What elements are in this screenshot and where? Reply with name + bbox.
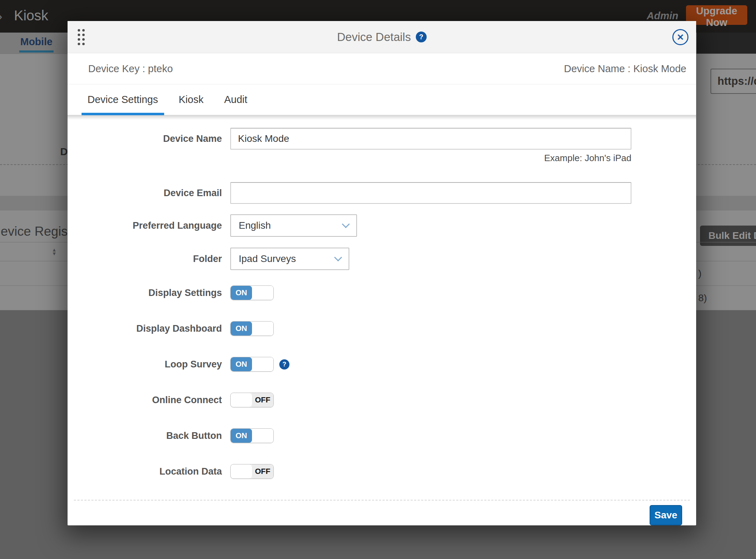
- toggle-switch[interactable]: ON: [230, 321, 274, 336]
- toggle-rows: Display Settings ON ? Display Dashboard …: [68, 285, 696, 479]
- toggle-on-segment: ON: [231, 322, 252, 336]
- preferred-language-field-label: Preferred Language: [68, 220, 230, 231]
- modal-header: Device Details ? ✕: [68, 21, 696, 53]
- chevron-down-icon: [342, 220, 350, 228]
- toggle-switch[interactable]: OFF: [230, 464, 274, 479]
- tab-kiosk[interactable]: Kiosk: [173, 84, 210, 115]
- folder-select[interactable]: Ipad Surveys: [230, 248, 349, 270]
- toggle-on-segment: [231, 393, 252, 407]
- sort-icon[interactable]: ▲ ▼: [52, 248, 57, 256]
- toggle-on-segment: ON: [231, 357, 252, 371]
- toggle-label: Display Settings: [68, 288, 230, 298]
- device-email-field-label: Device Email: [68, 188, 230, 199]
- preferred-language-value: English: [239, 220, 271, 231]
- preferred-language-select[interactable]: English: [230, 214, 357, 237]
- tab-shadow: [68, 115, 696, 120]
- device-name-label: Device Name : Kiosk Mode: [564, 63, 686, 75]
- modal-tabs: Device Settings Kiosk Audit: [68, 84, 696, 115]
- row-right-fragment: 8): [698, 292, 707, 304]
- toggle-switch[interactable]: ON: [230, 428, 274, 443]
- toggle-row: Back Button ON ?: [68, 428, 696, 443]
- toggle-on-segment: ON: [231, 286, 252, 300]
- preferred-language-row: Preferred Language English: [68, 214, 696, 237]
- device-name-helper: Example: John's iPad: [230, 153, 631, 163]
- chevron-down-icon: [334, 254, 342, 262]
- toggle-off-segment: [252, 286, 273, 300]
- folder-row: Folder Ipad Surveys: [68, 248, 696, 270]
- device-registration-heading: evice Registr: [1, 224, 76, 239]
- help-icon[interactable]: ?: [279, 359, 289, 370]
- toggle-row: Location Data OFF ?: [68, 464, 696, 479]
- device-name-row: Device Name: [68, 128, 696, 150]
- toggle-row: Loop Survey ON ?: [68, 357, 696, 372]
- row-right-fragment: ): [698, 268, 701, 279]
- close-icon[interactable]: ✕: [672, 29, 688, 45]
- tab-device-settings[interactable]: Device Settings: [82, 84, 164, 115]
- toggle-off-segment: [252, 429, 273, 443]
- toggle-label: Location Data: [68, 466, 230, 477]
- admin-link[interactable]: Admin: [647, 10, 678, 22]
- modal-footer: Save: [68, 501, 696, 525]
- toggle-label: Loop Survey: [68, 359, 230, 370]
- toggle-label: Online Connect: [68, 395, 230, 406]
- toggle-row: Online Connect OFF ?: [68, 393, 696, 407]
- tab-audit[interactable]: Audit: [218, 84, 253, 115]
- toggle-switch[interactable]: OFF: [230, 393, 274, 407]
- device-name-input[interactable]: [230, 128, 631, 150]
- device-details-modal: Device Details ? ✕ Device Key : pteko De…: [68, 21, 696, 525]
- key-name-row: Device Key : pteko Device Name : Kiosk M…: [68, 53, 696, 84]
- folder-field-label: Folder: [68, 254, 230, 264]
- help-icon[interactable]: ?: [416, 32, 427, 42]
- toggle-on-segment: ON: [231, 429, 252, 443]
- modal-title-text: Device Details: [337, 30, 411, 44]
- toggle-row: Display Dashboard ON ?: [68, 321, 696, 336]
- folder-value: Ipad Surveys: [239, 253, 296, 264]
- breadcrumb-chevron-icon: ›: [0, 9, 2, 24]
- toggle-switch[interactable]: ON: [230, 357, 274, 372]
- toggle-on-segment: [231, 464, 252, 478]
- toggle-off-segment: [252, 322, 273, 336]
- device-url-box[interactable]: https://qa.c: [710, 69, 756, 94]
- topbar-right-extension: [696, 33, 756, 54]
- device-email-input[interactable]: [230, 182, 631, 204]
- toggle-switch[interactable]: ON: [230, 285, 274, 300]
- modal-title: Device Details ?: [337, 30, 427, 44]
- sort-down-icon: ▼: [52, 252, 57, 256]
- save-button[interactable]: Save: [650, 505, 682, 525]
- device-key-label: Device Key : pteko: [88, 63, 173, 75]
- toggle-row: Display Settings ON ?: [68, 285, 696, 300]
- device-email-row: Device Email: [68, 182, 696, 204]
- toggle-off-segment: OFF: [252, 464, 273, 478]
- toggle-off-segment: [252, 357, 273, 371]
- device-settings-form: Device Name Example: John's iPad Device …: [68, 120, 696, 479]
- page-title: Kiosk: [14, 8, 48, 23]
- drag-handle-icon[interactable]: [78, 29, 85, 45]
- toggle-label: Display Dashboard: [68, 323, 230, 334]
- tab-mobile[interactable]: Mobile: [19, 36, 54, 53]
- toggle-label: Back Button: [68, 430, 230, 441]
- device-name-field-label: Device Name: [68, 133, 230, 144]
- toggle-off-segment: OFF: [252, 393, 273, 407]
